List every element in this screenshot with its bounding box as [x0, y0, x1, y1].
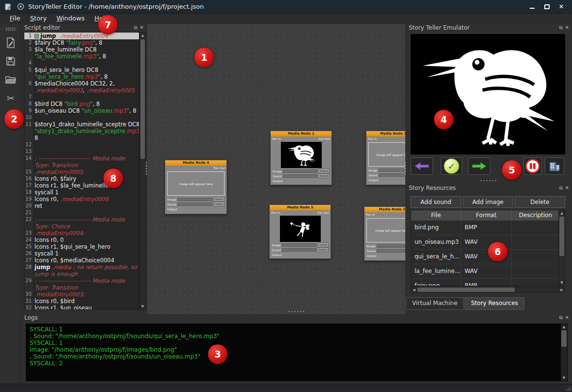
code-row[interactable]: 3$la_fee_luminelle DC8 [24, 46, 139, 53]
float-panel-icon[interactable] [559, 185, 562, 191]
code-row[interactable]: "la_fee_luminelle.mp3", 8 [24, 53, 139, 60]
select-button[interactable]: Select [213, 202, 225, 206]
menu-story[interactable]: Story [25, 14, 52, 22]
code-row[interactable]: 7 [24, 94, 139, 101]
resource-row[interactable]: qui_sera_le_h...WAV [411, 250, 559, 264]
node-field[interactable] [177, 198, 212, 201]
media-node[interactable]: Media Node 4Pan Outimage will appear her… [165, 160, 227, 214]
resize-grip[interactable] [565, 385, 571, 391]
logs-titlebar[interactable]: Logs [21, 313, 572, 322]
code-row[interactable]: 29; -------------------------- Media nod… [24, 277, 139, 284]
code-row[interactable]: 24lcons r0, 0 [24, 237, 139, 243]
resource-row[interactable]: bird.pngBMP [411, 221, 559, 235]
select-button[interactable]: Select [317, 247, 329, 252]
code-row[interactable]: 5$qui_sera_le_hero DC8 [24, 67, 139, 73]
minimize-button[interactable] [525, 1, 539, 12]
code-row[interactable]: 17lcons r1, $la_fee_luminelle [24, 182, 139, 189]
code-row[interactable]: Type: Choice [24, 223, 139, 230]
code-row[interactable]: 27lcons r0, $mediaChoice0004 [24, 257, 139, 264]
close-panel-icon[interactable] [565, 315, 569, 321]
resources-titlebar[interactable]: Story Resources [406, 184, 572, 192]
save-button[interactable] [3, 54, 18, 68]
node-field[interactable] [283, 170, 317, 173]
menu-windows[interactable]: Windows [52, 14, 89, 22]
home-button[interactable] [545, 157, 564, 175]
input-port[interactable]: Pan In [272, 137, 281, 141]
code-row[interactable]: 11$story1_drako_luminelle_sceptre DC8 [24, 121, 139, 128]
code-editor[interactable]: 1jump .mediaEntry00042$fairy DC8 "fairy.… [24, 32, 139, 310]
tab-story-resources[interactable]: Story Resources [465, 297, 524, 310]
code-row[interactable]: jump is enough [24, 271, 139, 277]
add-sound-button[interactable]: Add sound [411, 196, 461, 208]
code-row[interactable]: 30.mediaEntry0003: [24, 291, 139, 298]
code-row[interactable]: 8 [24, 135, 139, 141]
scroll-down-icon[interactable] [561, 375, 567, 381]
code-row[interactable]: 19lcons r0, .mediaEntry0006 [24, 196, 139, 203]
column-header[interactable]: Format [461, 210, 512, 221]
forward-button[interactable] [468, 157, 490, 175]
cut-button[interactable]: ✂ [3, 91, 18, 105]
code-row[interactable]: "story1_drako_luminelle_sceptre.mp3", [24, 128, 139, 135]
output-port[interactable]: Pan Out [317, 211, 329, 215]
splitter-left[interactable] [145, 161, 147, 175]
code-row[interactable]: 32lcons r1, $un_oiseau [24, 305, 139, 310]
node-field[interactable] [377, 249, 405, 253]
toolbar-grip[interactable] [5, 27, 16, 31]
code-row[interactable]: 13 [24, 148, 139, 155]
input-port[interactable]: Pan In [366, 213, 375, 217]
media-node[interactable]: Media Node 3Pan Inimage will appear here… [364, 206, 406, 261]
maximize-button[interactable] [540, 1, 554, 12]
output-port[interactable]: Pan Out [318, 137, 330, 141]
scroll-up-icon[interactable] [140, 33, 145, 38]
code-row[interactable]: 14; -------------------------- Media nod… [24, 155, 139, 162]
script-editor-titlebar[interactable]: Script editor [21, 23, 147, 32]
node-field[interactable] [282, 243, 316, 247]
add-image-button[interactable]: Add image [463, 196, 513, 208]
select-button[interactable]: Select [213, 197, 225, 202]
emulator-titlebar[interactable]: Story Teller Emulator [406, 23, 572, 32]
scroll-up-icon[interactable] [559, 210, 565, 216]
scrollbar-thumb[interactable] [140, 39, 145, 159]
code-row[interactable]: 22; -------------------------- Media nod… [24, 216, 139, 223]
code-row[interactable]: 2$fairy DC8 "fairy.png", 8 [24, 39, 139, 46]
select-button[interactable]: Select [318, 169, 329, 173]
column-header[interactable]: Description [512, 210, 559, 221]
code-row[interactable]: 28jump .media ; no return possible, so a [24, 264, 139, 271]
splitter-emulator[interactable] [480, 180, 497, 182]
close-button[interactable] [555, 1, 568, 12]
select-button[interactable]: Select [318, 173, 329, 178]
input-port[interactable]: Pan In [368, 137, 377, 141]
float-panel-icon[interactable] [559, 315, 562, 321]
code-row[interactable]: 26syscall 1 [24, 250, 139, 257]
code-row[interactable]: 4 [24, 60, 139, 67]
table-hscrollbar[interactable] [411, 287, 565, 293]
code-row[interactable]: .mediaEntry0003, .mediaEntry0005 [24, 87, 139, 94]
code-row[interactable]: Type: Transition [24, 162, 139, 169]
node-canvas[interactable]: Media Node 4Pan Outimage will appear her… [147, 23, 406, 315]
node-field[interactable] [177, 203, 212, 206]
media-node[interactable]: Media Node 5Pan InPan OutImageSelectSoun… [269, 205, 331, 259]
node-field[interactable] [379, 173, 406, 177]
float-panel-icon[interactable] [134, 25, 137, 31]
new-script-button[interactable] [3, 36, 18, 50]
code-row[interactable]: 20ret [24, 203, 139, 209]
input-port[interactable]: Pan In [271, 211, 280, 215]
tab-virtual-machine[interactable]: Virtual Machine [406, 297, 464, 310]
resource-row[interactable]: la_fee_lumine...WAV [411, 264, 559, 279]
scrollbar-thumb[interactable] [417, 288, 515, 292]
float-panel-icon[interactable] [559, 25, 562, 31]
scrollbar-thumb[interactable] [561, 330, 567, 347]
open-button[interactable] [3, 73, 18, 86]
scrollbar-thumb[interactable] [559, 217, 564, 256]
code-row[interactable]: 10 [24, 114, 139, 121]
code-row[interactable]: 6$mediaChoice0004 DC32, 2, [24, 80, 139, 87]
resource-row[interactable]: fairy.pngBMP [411, 279, 559, 286]
menu-file[interactable]: File [5, 14, 25, 22]
confirm-button[interactable] [441, 157, 462, 175]
scroll-down-icon[interactable] [559, 280, 565, 286]
scroll-down-icon[interactable] [140, 304, 145, 309]
scroll-up-icon[interactable] [561, 324, 567, 330]
delete-button[interactable]: Delete [515, 196, 565, 208]
code-row[interactable]: 1jump .mediaEntry0004 [24, 33, 139, 39]
resource-table[interactable]: FileFormatDescription bird.pngBMPun_oise… [411, 210, 565, 286]
